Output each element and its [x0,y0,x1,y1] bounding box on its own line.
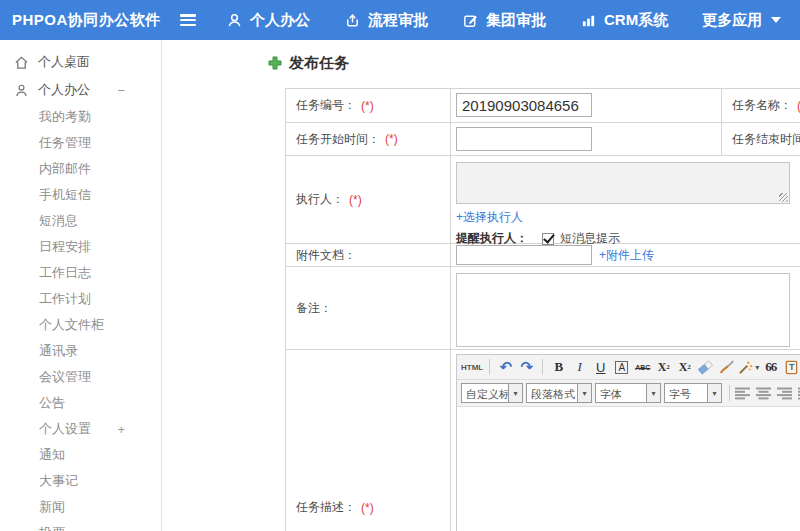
nav-label: 个人办公 [250,11,310,30]
note-label: 备注： [296,300,332,317]
caret-down-icon: ▾ [647,383,661,403]
choose-executor-link[interactable]: +选择执行人 [456,210,523,224]
sidebar-item-label: 工作计划 [39,290,91,308]
end-time-label: 任务结束时间： [732,131,800,148]
nav-label: 集团审批 [486,11,546,30]
page-title-row: 发布任务 [268,52,800,74]
nav-process-approval[interactable]: 流程审批 [344,11,428,30]
paste-icon[interactable]: T [782,357,800,377]
sidebar-item-label: 通知 [39,446,65,464]
app-logo: PHPOA协同办公软件 [0,11,178,30]
underline-button[interactable]: U [591,357,610,377]
start-time-input[interactable] [456,127,592,151]
sidebar-item-label: 手机短信 [39,186,91,204]
sidebar-item-notice[interactable]: 通知 [0,442,161,468]
redo-icon[interactable]: ↷ [517,357,536,377]
brush-icon[interactable] [717,357,736,377]
task-form: 任务编号： (*) 任务名称： (*) 任务开始时间： (*) [285,88,800,531]
caret-down-icon: ▾ [578,383,592,403]
sidebar-item-contacts[interactable]: 通讯录 [0,338,161,364]
align-right-icon[interactable] [776,383,793,403]
bold-button[interactable]: B [549,357,568,377]
sidebar-item-news[interactable]: 新闻 [0,494,161,520]
hamburger-menu-icon[interactable] [178,12,200,28]
expand-plus-icon[interactable]: + [117,422,125,437]
attachment-label: 附件文档： [296,247,356,264]
magic-wand-icon[interactable]: ▾ [738,357,759,377]
eraser-icon[interactable] [696,357,715,377]
sidebar-item-personal-settings[interactable]: 个人设置 + [0,416,161,442]
description-label: 任务描述： [296,499,356,516]
sidebar-item-work-plan[interactable]: 工作计划 [0,286,161,312]
sidebar-item-label: 投票 [39,524,65,531]
start-time-label: 任务开始时间： [296,131,380,148]
form-row-note: 备注： [286,267,800,350]
sms-remind-checkbox[interactable] [542,233,554,245]
sidebar-item-label: 个人文件柜 [39,316,104,334]
sidebar-item-major-events[interactable]: 大事记 [0,468,161,494]
required-marker: (*) [361,99,374,113]
sidebar-item-short-message[interactable]: 短消息 [0,208,161,234]
sidebar-item-label: 我的考勤 [39,108,91,126]
font-family-select[interactable]: 字体 ▾ [595,383,661,403]
subscript-button[interactable]: X2 [675,357,694,377]
custom-heading-select[interactable]: 自定义标题 ▾ [461,383,523,403]
form-row-description: 任务描述： (*) HTML ↶ ↷ B I [286,350,800,531]
executor-selection-box[interactable] [456,162,790,204]
sidebar-item-meeting-management[interactable]: 会议管理 [0,364,161,390]
sidebar-item-label: 通讯录 [39,342,78,360]
nav-label: CRM系统 [604,11,668,30]
nav-personal-office[interactable]: 个人办公 [226,11,310,30]
align-center-icon[interactable] [755,383,772,403]
resize-handle-icon[interactable] [779,193,788,202]
sidebar-item-label: 新闻 [39,498,65,516]
caret-down-icon: ▾ [755,363,759,372]
note-textarea[interactable] [456,273,790,347]
sidebar-item-task-management[interactable]: 任务管理 [0,130,161,156]
italic-button[interactable]: I [570,357,589,377]
caret-down-icon: ▾ [708,383,722,403]
strikethrough-button[interactable]: ABC [633,357,652,377]
sidebar-item-work-log[interactable]: 工作日志 [0,260,161,286]
task-number-input[interactable] [456,93,592,117]
sidebar-item-internal-mail[interactable]: 内部邮件 [0,156,161,182]
sidebar-item-label: 日程安排 [39,238,91,256]
sidebar-item-my-attendance[interactable]: 我的考勤 [0,104,161,130]
sidebar-item-personal-files[interactable]: 个人文件柜 [0,312,161,338]
rich-text-editor: HTML ↶ ↷ B I U A ABC X2 [456,354,800,531]
paragraph-format-select[interactable]: 段落格式 ▾ [526,383,592,403]
blockquote-button[interactable]: 66 [761,357,780,377]
attachment-upload-link[interactable]: +附件上传 [599,247,654,264]
sidebar-item-label: 内部邮件 [39,160,91,178]
form-row-executor: 执行人： (*) +选择执行人 提醒执行人： 短消息提示 [286,156,800,244]
undo-icon[interactable]: ↶ [496,357,515,377]
collapse-minus-icon[interactable]: − [117,83,125,98]
top-nav: 个人办公 流程审批 集团审批 CRM系统 更多应用 [226,11,781,30]
editor-toolbar-row2: 自定义标题 ▾ 段落格式 ▾ 字体 ▾ [457,380,800,407]
sidebar-item-label: 个人办公 [38,81,90,99]
sidebar-item-personal-office[interactable]: 个人办公 − [0,76,161,104]
sidebar-item-mobile-sms[interactable]: 手机短信 [0,182,161,208]
sidebar-item-announcement[interactable]: 公告 [0,390,161,416]
editor-content-area[interactable] [457,407,800,531]
nav-more-apps[interactable]: 更多应用 [702,11,781,30]
sidebar: 个人桌面 个人办公 − 我的考勤 任务管理 内部邮件 手机短信 短消息 日程安排… [0,40,162,531]
add-icon [268,56,282,70]
app-window: PHPOA协同办公软件 个人办公 流程审批 集团审批 [0,0,800,531]
font-size-select[interactable]: 字号 ▾ [664,383,722,403]
attachment-input[interactable] [456,245,592,265]
sidebar-item-personal-desktop[interactable]: 个人桌面 [0,48,161,76]
char-border-button[interactable]: A [612,357,631,377]
nav-crm-system[interactable]: CRM系统 [580,11,668,30]
sidebar-item-schedule[interactable]: 日程安排 [0,234,161,260]
align-left-icon[interactable] [734,383,751,403]
sidebar-item-vote[interactable]: 投票 [0,520,161,531]
user-icon [14,83,29,98]
html-source-button[interactable]: HTML [461,357,483,377]
sidebar-item-label: 个人设置 [39,420,91,438]
nav-group-approval[interactable]: 集团审批 [462,11,546,30]
required-marker: (*) [361,501,374,515]
superscript-button[interactable]: X2 [654,357,673,377]
top-header: PHPOA协同办公软件 个人办公 流程审批 集团审批 [0,0,800,40]
sidebar-item-label: 个人桌面 [38,53,90,71]
